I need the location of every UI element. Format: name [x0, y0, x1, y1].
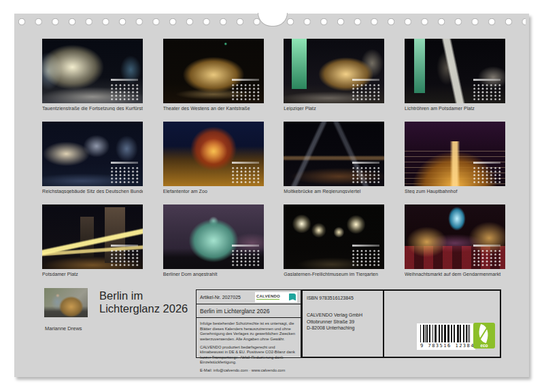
mini-calendar-overlay	[231, 244, 260, 266]
publisher-details: ISBN 9783516123845 CALVENDO Verlag GmbH …	[303, 291, 384, 357]
photo-caption: Lichtröhren am Potsdamer Platz	[405, 106, 505, 111]
month-photo	[163, 122, 264, 186]
photo-caption: Potsdamer Platz	[42, 272, 143, 277]
thumbnail-may: Reichstagsgebäude Sitz des Deutschen Bun…	[42, 122, 143, 204]
publisher-box: ISBN 9783516123845 CALVENDO Verlag GmbH …	[301, 289, 501, 358]
thumbnail-april: Lichtröhren am Potsdamer Platz	[405, 39, 505, 122]
thumbnail-september: Potsdamer Platz	[42, 204, 143, 287]
month-photo	[405, 39, 505, 103]
barcode-digits: 9 783516 123845	[420, 343, 472, 349]
mini-calendar-overlay	[231, 161, 260, 183]
product-info-box: Artikel-Nr. 2027025 CALVENDO Berlin im L…	[196, 289, 301, 358]
mini-calendar-overlay	[109, 161, 139, 183]
barcode-bars	[420, 325, 472, 342]
thumbnail-november: Gaslaternen-Freilichtmuseum im Tiergarte…	[284, 204, 384, 287]
thumbnail-february: Theater des Westens an der Kantstraße	[163, 39, 264, 122]
mini-calendar-overlay	[472, 244, 502, 266]
thumbnail-october: Berliner Dom angestrahlt	[163, 204, 264, 287]
calendar-back-page: Tauentzienstraße die Fortsetzung des Kur…	[14, 14, 529, 377]
photo-caption: Weihnachtsmarkt auf dem Gendarmenmarkt	[405, 272, 505, 277]
month-photo	[284, 204, 384, 269]
legal-paragraph-eco: CALVENDO produziert bedarfsgerecht und k…	[200, 345, 297, 366]
barcode-cell: 9 783516 123845 eco	[384, 291, 500, 357]
eco-logo: eco	[473, 323, 495, 349]
month-photo	[42, 39, 143, 103]
author-photo	[44, 288, 88, 317]
thumbnail-august: Steg zum Hauptbahnhof	[405, 122, 505, 204]
month-photo	[284, 39, 384, 103]
eco-leaf-icon	[476, 324, 492, 343]
mini-calendar-overlay	[231, 78, 260, 101]
eco-label: eco	[473, 343, 495, 348]
photo-caption: Leipziger Platz	[284, 106, 384, 111]
thumbnail-january: Tauentzienstraße die Fortsetzung des Kur…	[42, 39, 143, 122]
calendar-title: Berlin im Lichterglanz 2026	[99, 289, 188, 315]
month-photo	[42, 204, 143, 269]
contact-line: E-Mail: info@calvendo.com · www.calvendo…	[200, 368, 297, 374]
isbn-number: ISBN 9783516123845	[307, 295, 379, 301]
legal-paragraph-copyright: Infolge bestehender Schutzrechte ist es …	[200, 321, 297, 342]
calendar-title-line1: Berlin im	[99, 289, 188, 302]
month-photo	[405, 122, 505, 186]
photo-caption: Elefantentor am Zoo	[163, 189, 264, 194]
publisher-street: Ottobrunner Straße 39	[307, 319, 379, 325]
article-number-row: Artikel-Nr. 2027025 CALVENDO	[197, 290, 301, 304]
calvendo-book-icon	[289, 293, 296, 301]
thumbnail-december: Weihnachtsmarkt auf dem Gendarmenmarkt	[405, 204, 505, 287]
product-title: Berlin im Lichterglanz 2026	[197, 304, 301, 318]
photo-caption: Tauentzienstraße die Fortsetzung des Kur…	[42, 106, 143, 111]
legal-text-block: Infolge bestehender Schutzrechte ist es …	[197, 318, 301, 374]
thumbnail-march: Leipziger Platz	[284, 39, 384, 122]
photo-caption: Steg zum Hauptbahnhof	[405, 189, 505, 194]
month-thumbnail-grid: Tauentzienstraße die Fortsetzung des Kur…	[42, 39, 505, 287]
calvendo-logo: CALVENDO	[255, 292, 297, 302]
ean-barcode: 9 783516 123845	[417, 323, 475, 350]
month-photo	[405, 204, 505, 269]
mini-calendar-overlay	[351, 161, 381, 183]
month-photo	[42, 122, 143, 186]
calendar-title-line2: Lichterglanz 2026	[99, 302, 188, 315]
photo-caption: Reichstagsgebäude Sitz des Deutschen Bun…	[42, 189, 143, 194]
month-photo	[163, 204, 264, 269]
photo-caption: Theater des Westens an der Kantstraße	[163, 106, 264, 111]
photo-caption: Moltkebrücke am Regierungsviertel	[284, 189, 384, 194]
article-number: Artikel-Nr. 2027025	[200, 295, 241, 300]
thumbnail-july: Moltkebrücke am Regierungsviertel	[284, 122, 384, 204]
mini-calendar-overlay	[351, 78, 381, 101]
calvendo-logo-tagline	[256, 299, 279, 300]
mini-calendar-overlay	[109, 78, 139, 101]
photo-caption: Berliner Dom angestrahlt	[163, 272, 264, 277]
month-photo	[284, 122, 384, 186]
calvendo-logo-text: CALVENDO	[256, 294, 280, 300]
publisher-city: D-82008 Unterhaching	[307, 325, 379, 331]
mini-calendar-overlay	[472, 161, 502, 183]
publisher-name: CALVENDO Verlag GmbH	[307, 312, 379, 318]
mini-calendar-overlay	[351, 244, 381, 266]
mini-calendar-overlay	[472, 78, 502, 101]
mini-calendar-overlay	[109, 244, 139, 266]
photo-caption: Gaslaternen-Freilichtmuseum im Tiergarte…	[284, 272, 384, 277]
month-photo	[163, 39, 264, 103]
thumbnail-june: Elefantentor am Zoo	[163, 122, 264, 204]
author-name: Marianne Drews	[45, 325, 82, 332]
